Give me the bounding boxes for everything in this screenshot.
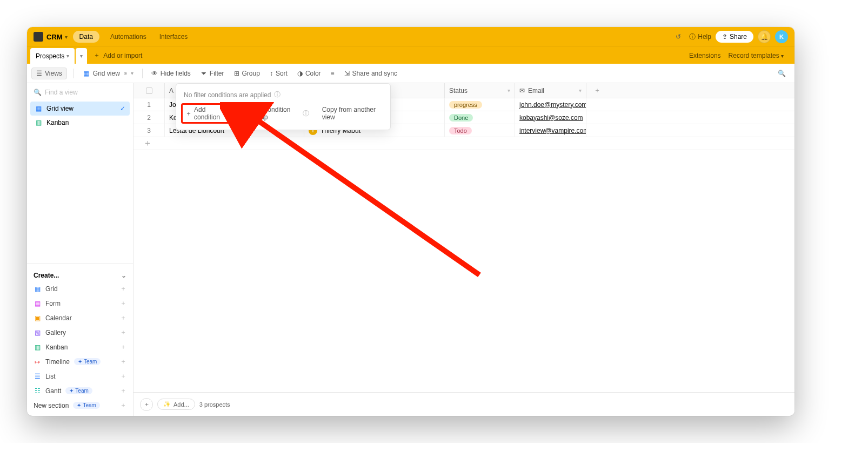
create-calendar[interactable]: ▣Calendar＋ [34,311,126,325]
color-button[interactable]: ◑Color [295,69,323,78]
add-condition-group-button[interactable]: ＋Add condition groupⓘ [239,104,312,123]
row-height-button[interactable]: ≡ [329,69,337,78]
user-avatar[interactable]: K [775,30,788,43]
topbar: CRM ▾ Data Automations Interfaces ↺ ⓘHel… [27,27,794,46]
plus-icon: ＋ [120,401,126,410]
current-view-button[interactable]: ▦Grid view⚭▾ [81,69,136,78]
create-list[interactable]: ☰List＋ [34,369,126,383]
add-record-button[interactable]: ＋ [140,398,153,411]
plus-icon: ＋ [120,372,126,381]
add-row-button[interactable]: ＋ [133,137,794,150]
search-icon: 🔍 [34,89,42,96]
app-logo-icon [34,32,43,42]
chevron-down-icon: ▾ [781,53,784,59]
views-sidebar: 🔍 Find a view ▦ Grid view ✓ ▥ Kanban Cre… [27,83,133,416]
column-header-status[interactable]: Status▾ [445,83,515,98]
table-tabs-menu[interactable]: ▾ [76,48,87,64]
select-all-checkbox[interactable] [133,83,165,98]
table-tab-prospects[interactable]: Prospects ▾ [30,48,75,64]
history-icon[interactable]: ↺ [672,30,685,43]
create-section-header[interactable]: Create... ⌄ [34,269,126,281]
plus-icon: ＋ [120,284,126,293]
chevron-down-icon: ▾ [131,70,133,76]
sparkle-icon: ✨ [163,401,171,408]
gallery-icon: ▧ [34,329,41,336]
find-view-input[interactable]: 🔍 Find a view [27,83,133,102]
cell-email[interactable]: interview@vampire.com [515,124,586,137]
create-new-section[interactable]: New section✦ Team＋ [34,398,126,413]
hide-fields-button[interactable]: 👁Hide fields [149,69,193,78]
nav-data[interactable]: Data [73,31,99,43]
views-button[interactable]: ☰Views [31,68,67,79]
sidebar-view-kanban[interactable]: ▥ Kanban [30,116,130,130]
timeline-icon: ↦ [34,358,41,366]
subbar: Prospects ▾ ▾ ＋ Add or import Extensions… [27,46,794,64]
plus-icon: ＋ [120,342,126,352]
filter-popup-heading: No filter conditions are applied ⓘ [184,90,383,99]
sort-icon: ↕ [270,70,273,77]
nav-interfaces[interactable]: Interfaces [153,31,195,43]
plus-icon: ＋ [185,109,192,118]
add-or-import-button[interactable]: ＋ Add or import [87,51,149,60]
create-gantt[interactable]: ☷Gantt✦ Team＋ [34,383,126,398]
cell-email[interactable]: john.doe@mystery.com [515,98,586,111]
grid-area: A Status▾ ✉Email▾ ＋ 1 Jo TThierry Maout … [133,83,794,416]
chevron-down-icon: ▾ [579,87,582,93]
view-toolbar: ☰Views ▦Grid view⚭▾ 👁Hide fields ⏷Filter… [27,64,794,83]
add-condition-button[interactable]: ＋Add condition [181,103,232,124]
copy-from-view-button[interactable]: Copy from another view [322,106,383,121]
chevron-down-icon: ▾ [80,53,83,59]
grid-icon: ▦ [34,285,41,293]
record-templates-link[interactable]: Record templates ▾ [729,52,784,59]
row-number: 3 [133,124,165,137]
add-column-button[interactable]: ＋ [586,83,608,98]
create-form[interactable]: ▤Form＋ [34,296,126,311]
create-grid[interactable]: ▦Grid＋ [34,281,126,296]
chevron-down-icon[interactable]: ▾ [65,34,68,40]
extensions-link[interactable]: Extensions [689,52,721,59]
sort-button[interactable]: ↕Sort [268,69,290,78]
cell-status[interactable]: Todo [445,124,515,137]
ai-add-button[interactable]: ✨Add... [157,399,195,410]
people-icon: ⚭ [123,70,128,77]
calendar-icon: ▣ [34,314,41,322]
team-badge: ✦ Team [74,358,101,365]
chevron-down-icon: ⌄ [121,272,126,279]
color-icon: ◑ [297,70,303,77]
plus-icon: ＋ [120,313,126,322]
help-icon: ⓘ [689,32,696,42]
grid-view-icon: ▦ [83,70,90,77]
team-badge: ✦ Team [65,387,92,394]
email-icon: ✉ [519,87,525,95]
cell-status[interactable]: Done [445,111,515,124]
help-button[interactable]: ⓘHelp [689,32,711,42]
share-sync-icon: ⇲ [344,70,350,77]
share-sync-button[interactable]: ⇲Share and sync [342,69,399,78]
app-name[interactable]: CRM [46,33,63,41]
share-button[interactable]: ⇪Share [716,31,753,43]
kanban-icon: ▥ [34,343,41,351]
grid-view-icon: ▦ [35,105,42,112]
cell-email[interactable]: kobayashi@soze.com [515,111,586,124]
check-icon: ✓ [120,105,125,112]
create-gallery[interactable]: ▧Gallery＋ [34,325,126,340]
plus-icon: ＋ [120,299,126,308]
group-button[interactable]: ⊞Group [232,69,262,78]
filter-button[interactable]: ⏷Filter [198,69,226,78]
notifications-icon[interactable]: 🔔 [758,30,771,43]
search-icon[interactable]: 🔍 [773,70,790,77]
help-icon[interactable]: ⓘ [274,90,281,99]
plus-icon: ＋ [120,328,126,337]
sidebar-view-grid[interactable]: ▦ Grid view ✓ [30,102,130,116]
create-kanban[interactable]: ▥Kanban＋ [34,340,126,354]
row-number: 1 [133,98,165,111]
column-header-email[interactable]: ✉Email▾ [515,83,586,98]
group-icon: ⊞ [234,70,239,77]
cell-status[interactable]: progress [445,98,515,111]
app-window: CRM ▾ Data Automations Interfaces ↺ ⓘHel… [27,27,794,416]
row-number: 2 [133,111,165,124]
create-timeline[interactable]: ↦Timeline✦ Team＋ [34,354,126,369]
nav-automations[interactable]: Automations [104,31,153,43]
share-icon: ⇪ [722,33,727,41]
chevron-down-icon[interactable]: ▾ [66,53,69,59]
